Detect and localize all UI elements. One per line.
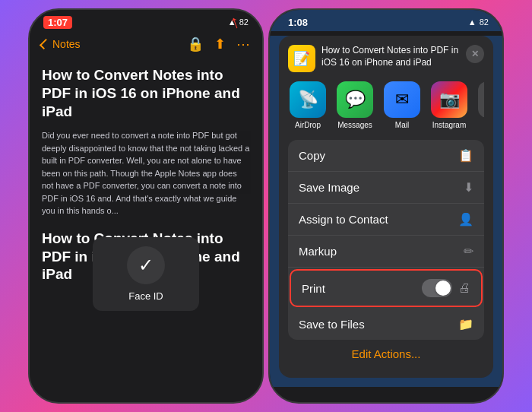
nav-action-icons: ↑ 🔒 ⬆ ⋯ [187, 36, 250, 52]
share-sheet: 📝 How to Convert Notes into PDF in iOS 1… [279, 36, 493, 378]
print-toggle[interactable] [422, 279, 452, 297]
markup-label: Markup [299, 245, 337, 258]
signal-icon-right: 82 [480, 17, 489, 27]
print-action[interactable]: Print 🖨 [290, 269, 483, 307]
toggle-thumb [435, 280, 451, 296]
copy-label: Copy [299, 149, 325, 162]
airdrop-app[interactable]: 📡 AirDrop [288, 81, 328, 129]
face-id-dialog: ✓ Face ID [93, 237, 199, 311]
right-status-time: 1:08 [283, 16, 312, 29]
print-icon: 🖨 [458, 281, 470, 295]
assign-contact-icon: 👤 [458, 212, 473, 227]
more-icon[interactable]: ⋯ [236, 36, 250, 52]
airdrop-icon: 📡 [290, 81, 326, 118]
notes-app-icon: 📝 [288, 45, 315, 72]
mail-label: Mail [395, 121, 409, 129]
save-files-action[interactable]: Save to Files 📁 [288, 309, 484, 340]
edit-actions[interactable]: Edit Actions... [288, 340, 484, 369]
chevron-left-icon [40, 39, 50, 49]
article-body: Did you ever need to convert a note into… [42, 129, 250, 217]
article-title: How to Convert Notes into PDF in iOS 16 … [42, 66, 250, 120]
print-label: Print [302, 282, 325, 295]
more-icon: Fa... [478, 81, 484, 118]
messages-icon: 💬 [337, 81, 373, 118]
airdrop-label: AirDrop [295, 121, 321, 129]
apps-row: 📡 AirDrop 💬 Messages ✉ Mail 📷 Instagram [288, 81, 484, 129]
lock-icon[interactable]: 🔒 [187, 36, 204, 52]
action-list: Copy 📋 Save Image ⬇ Assign to Contact 👤 [288, 140, 484, 340]
face-id-label: Face ID [128, 290, 163, 302]
share-header-content: 📝 How to Convert Notes into PDF in iOS 1… [288, 45, 466, 72]
edit-actions-label: Edit Actions... [352, 347, 421, 360]
wifi-icon-right: ▲ [468, 17, 477, 27]
instagram-icon: 📷 [431, 81, 467, 118]
right-status-bar: 1:08 ▲ 82 [270, 10, 502, 31]
share-title: How to Convert Notes into PDF in iOS 16 … [321, 45, 466, 72]
share-header: 📝 How to Convert Notes into PDF in iOS 1… [288, 45, 484, 72]
right-status-icons: ▲ 82 [468, 17, 489, 27]
back-label: Notes [52, 38, 81, 50]
save-files-label: Save to Files [299, 318, 365, 331]
save-files-icon: 📁 [458, 317, 473, 331]
markup-icon: ✏ [464, 244, 473, 258]
instagram-label: Instagram [432, 121, 466, 129]
back-button[interactable]: Notes [42, 38, 81, 50]
instagram-app[interactable]: 📷 Instagram [429, 81, 469, 129]
copy-icon: 📋 [458, 148, 473, 163]
mail-app[interactable]: ✉ Mail [382, 81, 422, 129]
more-app[interactable]: Fa... [477, 81, 484, 129]
close-button[interactable]: ✕ [466, 45, 484, 63]
left-content-area: How to Convert Notes into PDF in iOS 16 … [30, 57, 262, 388]
messages-app[interactable]: 💬 Messages [335, 81, 375, 129]
left-phone: 1:07 ▲ 82 Notes ↑ 🔒 ⬆ ⋯ How to Convert N… [28, 8, 264, 404]
right-phone: 1:08 ▲ 82 📝 How to Convert Notes into PD… [268, 8, 504, 404]
share-icon[interactable]: ⬆ [214, 36, 226, 52]
save-image-icon: ⬇ [464, 180, 473, 195]
print-row: Print [302, 282, 325, 295]
left-nav-bar: Notes ↑ 🔒 ⬆ ⋯ [30, 31, 262, 57]
copy-action[interactable]: Copy 📋 [288, 140, 484, 172]
face-id-checkmark: ✓ [127, 246, 165, 284]
mail-icon: ✉ [384, 81, 420, 118]
assign-contact-label: Assign to Contact [299, 213, 388, 226]
assign-contact-action[interactable]: Assign to Contact 👤 [288, 204, 484, 236]
markup-action[interactable]: Markup ✏ [288, 236, 484, 268]
messages-label: Messages [337, 121, 372, 129]
save-image-action[interactable]: Save Image ⬇ [288, 172, 484, 204]
save-image-label: Save Image [299, 181, 359, 194]
left-status-time: 1:07 [43, 16, 72, 29]
